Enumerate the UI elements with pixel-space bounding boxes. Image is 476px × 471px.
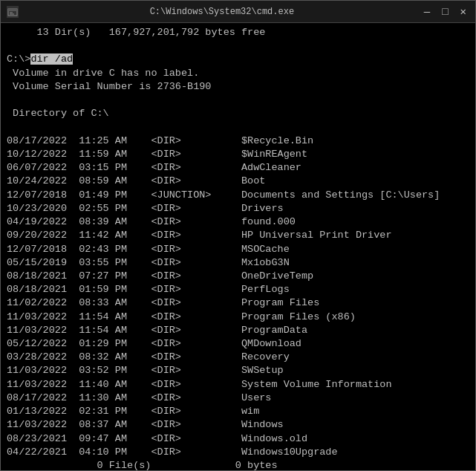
line-blank-1 <box>7 39 469 53</box>
dir-entry-6: 10/23/2020 02:55 PM <DIR> Drivers <box>7 202 469 215</box>
line-dir-header: Directory of C:\ <box>7 107 469 120</box>
dir-entry-2: 10/12/2022 11:59 AM <DIR> $WinREAgent <box>7 148 469 161</box>
line-command: C:\>dir /ad <box>7 53 469 66</box>
dir-entry-3: 06/07/2022 03:15 PM <DIR> AdwCleaner <box>7 161 469 175</box>
dir-entry-20: 08/17/2022 11:30 AM <DIR> Users <box>7 392 469 405</box>
maximize-button[interactable]: □ <box>439 7 451 17</box>
dir-entry-5: 12/07/2018 01:49 PM <JUNCTION> Documents… <box>7 189 469 202</box>
dir-entry-9: 12/07/2018 02:43 PM <DIR> MSOCache <box>7 243 469 256</box>
dir-entry-11: 08/18/2021 07:27 PM <DIR> OneDriveTemp <box>7 270 469 283</box>
window-controls: — □ ✕ <box>421 7 469 17</box>
dir-entry-17: 03/28/2022 08:32 AM <DIR> Recovery <box>7 351 469 364</box>
dir-entry-21: 01/13/2022 02:31 PM <DIR> wim <box>7 405 469 418</box>
minimize-button[interactable]: — <box>421 7 433 17</box>
close-button[interactable]: ✕ <box>457 7 469 17</box>
line-vol2: Volume Serial Number is 2736-B190 <box>7 80 469 94</box>
line-blank-2 <box>7 94 469 107</box>
dir-entry-24: 04/22/2021 04:10 PM <DIR> Windows10Upgra… <box>7 446 469 459</box>
dir-entry-15: 11/03/2022 11:54 AM <DIR> ProgramData <box>7 324 469 337</box>
title-bar: C:\Windows\System32\cmd.exe — □ ✕ <box>1 1 475 23</box>
line-0: 13 Dir(s) 167,927,201,792 bytes free <box>7 26 469 39</box>
dir-entry-4: 10/24/2022 08:59 AM <DIR> Boot <box>7 175 469 188</box>
window-icon <box>7 6 19 18</box>
dir-entry-14: 11/03/2022 11:54 AM <DIR> Program Files … <box>7 311 469 324</box>
dir-entry-18: 11/03/2022 03:52 PM <DIR> SWSetup <box>7 364 469 377</box>
dir-entry-19: 11/03/2022 11:40 AM <DIR> System Volume … <box>7 378 469 392</box>
window-title: C:\Windows\System32\cmd.exe <box>23 7 421 17</box>
line-vol1: Volume in drive C has no label. <box>7 67 469 80</box>
dir-entry-7: 04/19/2022 08:39 AM <DIR> found.000 <box>7 215 469 229</box>
line-blank-3 <box>7 121 469 134</box>
dir-entry-8: 09/20/2022 11:42 AM <DIR> HP Universal P… <box>7 229 469 242</box>
dir-entry-23: 08/23/2021 09:47 AM <DIR> Windows.old <box>7 432 469 446</box>
dir-entry-10: 05/15/2019 03:55 PM <DIR> Mx1obG3N <box>7 256 469 270</box>
dir-entry-12: 08/18/2021 01:59 PM <DIR> PerfLogs <box>7 283 469 296</box>
dir-entry-13: 11/02/2022 08:33 AM <DIR> Program Files <box>7 296 469 310</box>
svg-rect-1 <box>8 9 17 11</box>
cmd-window: C:\Windows\System32\cmd.exe — □ ✕ 13 Dir… <box>0 0 476 471</box>
terminal-output[interactable]: 13 Dir(s) 167,927,201,792 bytes free C:\… <box>1 23 475 470</box>
summary-files: 0 File(s) 0 bytes <box>7 459 469 470</box>
dir-entry-16: 05/12/2022 01:29 PM <DIR> QMDownload <box>7 337 469 351</box>
dir-entry-22: 11/03/2022 08:37 AM <DIR> Windows <box>7 418 469 432</box>
dir-entry-1: 08/17/2022 11:25 AM <DIR> $Recycle.Bin <box>7 134 469 148</box>
